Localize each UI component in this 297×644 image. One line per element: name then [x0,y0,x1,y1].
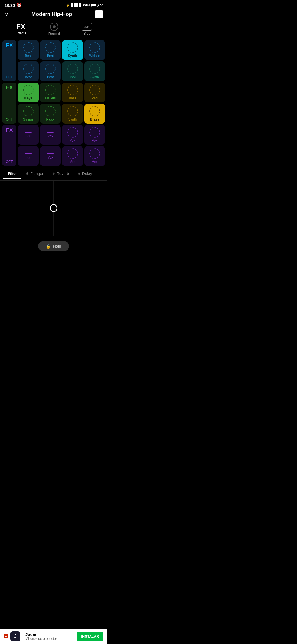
status-bar: 18:30 ⏰ ⚡ ▋▋▋▋ WiFi 77 [0,0,107,9]
fx-icon: FX [16,23,25,30]
pad-circle [45,106,56,116]
pad-label: Beat [47,75,54,79]
reverb-label: Reverb [57,171,69,176]
pad-vox-5[interactable]: Vox [62,146,83,166]
pad-label: Whistle [89,54,100,58]
pad-keys-active[interactable]: Keys [18,83,39,102]
pad-circle [45,42,56,53]
mode-record[interactable]: Record [48,23,60,36]
filter-area[interactable] [0,181,107,236]
alarm-icon: ⏰ [16,3,22,8]
pad-label: Bass [69,96,76,100]
wifi-icon: WiFi [83,3,90,7]
mode-fx[interactable]: FX Effects [15,23,26,35]
pad-circle [23,85,34,95]
lock-icon: 🔒 [46,244,51,249]
fx-column-blue[interactable]: FX OFF [2,40,16,81]
hold-label: Hold [53,244,61,249]
pad-pad[interactable]: Pad [84,83,105,102]
pad-whistle[interactable]: Whistle [84,40,105,60]
pad-bass[interactable]: Bass [62,83,83,102]
fx-tabs: Filter ♛ Flanger ♛ Reverb ♛ Delay [0,168,107,181]
pad-label: Brass [90,118,99,121]
fx-label-blue: FX [6,42,13,48]
mode-selector: FX Effects Record AB Side [0,21,107,40]
pad-mallets[interactable]: Mallets [40,83,61,102]
pad-fx-1[interactable]: Fx [18,125,39,145]
pad-vox-4[interactable]: Vox [40,146,61,166]
pad-label: Vox [48,155,53,159]
pads-grid-purple: Fx Vox Vox Vox Fx Vox [18,125,105,166]
chevron-down-icon[interactable]: ∨ [4,11,9,18]
pad-brass-active[interactable]: Brass [84,104,105,124]
pad-strings[interactable]: Strings [18,104,39,124]
pad-choir[interactable]: Choir [62,61,83,81]
pad-label: Vox [92,139,97,143]
filter-knob[interactable] [50,204,57,212]
fx-column-purple[interactable]: FX OFF [2,125,16,166]
pad-beat-2[interactable]: Beat [40,40,61,60]
pad-beat-3[interactable]: Beat [18,61,39,81]
pad-synth-teal[interactable]: Synth [84,61,105,81]
pad-vox-1[interactable]: Vox [40,125,61,145]
pad-vox-2[interactable]: Vox [62,125,83,145]
tab-flanger[interactable]: ♛ Flanger [21,169,48,179]
hold-button[interactable]: 🔒 Hold [38,241,69,251]
pad-label: Strings [23,118,33,121]
off-label-green: OFF [6,117,13,121]
pad-label: Beat [25,75,32,79]
pad-beat-4[interactable]: Beat [40,61,61,81]
pad-circle [89,148,100,159]
fx-column-green[interactable]: FX OFF [2,83,16,124]
pad-circle [23,106,34,116]
tab-reverb[interactable]: ♛ Reverb [48,169,73,179]
pad-section: FX OFF Beat Beat Synth Whistle [0,40,107,166]
pad-beat-1[interactable]: Beat [18,40,39,60]
mode-record-label: Record [48,32,60,36]
signal-bars-icon: ▋▋▋▋ [72,3,81,7]
delay-label: Delay [82,171,92,176]
pad-label: Beat [47,54,54,58]
tab-delay[interactable]: ♛ Delay [73,169,97,179]
pad-circle [89,127,100,138]
pad-label: Pad [92,96,98,100]
pad-synth-active[interactable]: Synth [62,40,83,60]
pads-grid-green: Keys Mallets Bass Pad Strings Pluck [18,83,105,124]
mode-side[interactable]: AB Side [82,23,92,36]
pad-pluck[interactable]: Pluck [40,104,61,124]
ab-icon: AB [82,23,92,31]
mode-side-label: Side [83,31,90,36]
pad-label: Synth [68,118,77,121]
pad-circle [67,106,78,116]
off-label-purple: OFF [6,160,13,164]
pad-circle [45,85,56,95]
pad-synth-olive[interactable]: Synth [62,104,83,124]
pad-circle [89,85,100,95]
page-title: Modern Hip-Hop [9,11,95,17]
pad-label: Vox [92,160,97,164]
pad-label: Synth [90,75,99,79]
pad-circle [23,64,34,74]
pad-circle [89,64,100,74]
pad-group-green: FX OFF Keys Mallets Bass Pad Strings [2,83,105,124]
pad-group-purple: FX OFF Fx Vox Vox Vox Fx [2,125,105,166]
pad-circle [23,42,34,53]
record-icon [50,23,58,31]
pad-label: Beat [25,54,32,58]
tab-filter[interactable]: Filter [3,169,21,179]
pad-vox-6[interactable]: Vox [84,146,105,166]
crown-icon-flanger: ♛ [26,172,29,176]
battery-icon [91,4,98,7]
filter-label: Filter [8,171,17,176]
pad-label: Fx [26,134,30,138]
pad-fx-2[interactable]: Fx [18,146,39,166]
pad-label: Fx [26,155,30,159]
crown-icon-reverb: ♛ [52,172,55,176]
hold-area: 🔒 Hold [0,236,107,255]
stop-button[interactable] [95,10,103,18]
pad-vox-3[interactable]: Vox [84,125,105,145]
header: ∨ Modern Hip-Hop [0,9,107,21]
pad-circle [89,106,100,116]
pad-circle [67,85,78,95]
flanger-label: Flanger [30,171,43,176]
